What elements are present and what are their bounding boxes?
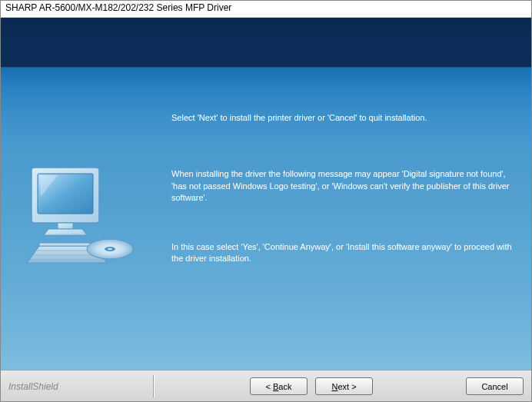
svg-point-8 [108,248,112,251]
installshield-brand: InstallShield [8,381,58,392]
back-label-rest: ack [278,382,291,391]
warning-text: When installing the driver the following… [171,168,517,204]
nav-button-group: < Back Next > [250,377,373,395]
svg-rect-2 [58,223,73,229]
intro-text: Select 'Next' to install the printer dri… [171,112,517,124]
next-label-rest: ext [337,382,349,391]
proceed-text: In this case select 'Yes', 'Continue Any… [171,241,517,265]
instruction-text-area: Select 'Next' to install the printer dri… [171,112,517,309]
content-area: Select 'Next' to install the printer dri… [1,67,531,370]
window-title: SHARP AR-5600/MX-M182/202/232 Series MFP… [5,2,231,13]
footer-separator [153,375,155,397]
cancel-button[interactable]: Cancel [466,377,524,395]
footer-bar: InstallShield < Back Next > Cancel [1,370,531,402]
header-band [1,18,531,67]
cancel-button-group: Cancel [466,377,524,395]
back-button[interactable]: < Back [250,377,308,395]
next-button[interactable]: Next > [315,377,373,395]
computer-illustration [18,163,145,290]
window-title-bar: SHARP AR-5600/MX-M182/202/232 Series MFP… [1,1,531,18]
